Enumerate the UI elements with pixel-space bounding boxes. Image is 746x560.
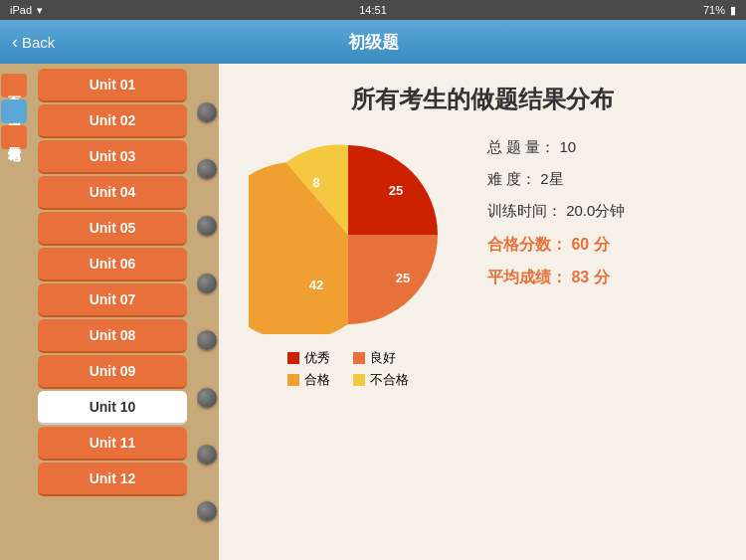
unit-btn-06[interactable]: Unit 06 (38, 248, 187, 281)
legend-fail: 不合格 (353, 371, 409, 389)
ring-1 (197, 102, 217, 122)
ring-5 (197, 330, 217, 350)
legend-label-pass: 合格 (304, 371, 330, 389)
nav-bar: ‹ Back 初级题 (0, 20, 746, 64)
status-bar: iPad ▾ 14:51 71% ▮ (0, 0, 746, 20)
status-right: 71% ▮ (703, 4, 736, 17)
back-label[interactable]: Back (22, 34, 55, 51)
stat-avg-score-label: 平均成绩： (487, 269, 567, 285)
nav-title: 初级题 (348, 31, 399, 54)
segment-good (348, 235, 438, 324)
unit-btn-08[interactable]: Unit 08 (38, 319, 187, 353)
unit-btn-12[interactable]: Unit 12 (38, 463, 187, 496)
ring-binder (197, 64, 219, 560)
legend-dot-good (353, 352, 365, 364)
stat-difficulty: 难 度： 2星 (487, 167, 716, 191)
ring-8 (197, 501, 217, 521)
stat-pass-score-label: 合格分数： (487, 236, 567, 253)
legend-label-good: 良好 (370, 349, 396, 367)
stat-time-label: 训练时间： (487, 202, 562, 219)
content-title: 所有考生的做题结果分布 (249, 84, 716, 115)
label-good: 25 (396, 271, 410, 285)
unit-btn-02[interactable]: Unit 02 (38, 104, 187, 138)
legend-pass: 合格 (287, 371, 343, 389)
status-time: 14:51 (359, 4, 387, 16)
unit-list-panel: Unit 01 Unit 02 Unit 03 Unit 04 Unit 05 … (28, 64, 197, 560)
label-excellent: 25 (389, 183, 403, 198)
unit-btn-10[interactable]: Unit 10 (38, 391, 187, 425)
legend-excellent: 优秀 (287, 349, 343, 367)
main-layout: 主页 听力训练 错题记录 Unit 01 Unit 02 Unit 03 Uni… (0, 64, 746, 560)
label-pass: 42 (309, 278, 323, 292)
back-button[interactable]: ‹ Back (12, 32, 55, 53)
stat-avg-score: 平均成绩： 83 分 (487, 268, 716, 288)
unit-btn-01[interactable]: Unit 01 (38, 69, 187, 102)
stat-difficulty-value: 2星 (540, 170, 563, 187)
unit-btn-11[interactable]: Unit 11 (38, 427, 187, 461)
legend-good: 良好 (353, 349, 409, 367)
stat-pass-score: 合格分数： 60 分 (487, 235, 716, 256)
legend-label-excellent: 优秀 (304, 349, 330, 367)
legend-dot-pass (287, 374, 299, 386)
stat-time: 训练时间： 20.0分钟 (487, 199, 716, 223)
ring-4 (197, 274, 217, 293)
sidebar-item-listening[interactable]: 听力训练 (1, 99, 27, 123)
wifi-icon: ▾ (37, 4, 43, 17)
unit-btn-05[interactable]: Unit 05 (38, 212, 187, 246)
stat-difficulty-label: 难 度： (487, 170, 536, 187)
chart-legend: 优秀 良好 合格 不合格 (287, 349, 409, 389)
back-arrow-icon: ‹ (12, 32, 18, 53)
stat-total: 总 题 量： 10 (487, 135, 716, 159)
stat-time-value: 20.0分钟 (566, 202, 625, 219)
label-fail: 8 (312, 175, 319, 190)
pie-svg: 25 25 42 8 (249, 135, 448, 334)
unit-btn-07[interactable]: Unit 07 (38, 283, 187, 317)
unit-btn-04[interactable]: Unit 04 (38, 176, 187, 210)
stat-pass-score-value: 60 分 (571, 236, 609, 253)
stat-total-label: 总 题 量： (487, 138, 555, 155)
stats-panel: 总 题 量： 10 难 度： 2星 训练时间： 20.0分钟 合格分数： 60 … (467, 135, 716, 288)
legend-dot-excellent (287, 352, 299, 364)
content-body: 25 25 42 8 优秀 良好 (249, 135, 716, 389)
battery-level: 71% (703, 4, 725, 16)
ring-7 (197, 445, 217, 465)
ring-3 (197, 216, 217, 236)
ring-2 (197, 159, 217, 179)
stat-avg-score-value: 83 分 (571, 269, 609, 285)
pie-chart: 25 25 42 8 (249, 135, 448, 334)
left-tab-sidebar: 主页 听力训练 错题记录 (0, 64, 28, 560)
battery-icon: ▮ (730, 4, 736, 17)
ring-6 (197, 388, 217, 408)
legend-label-fail: 不合格 (370, 371, 409, 389)
sidebar-item-errors[interactable]: 错题记录 (1, 125, 27, 149)
stat-total-value: 10 (560, 138, 577, 155)
content-area: 所有考生的做题结果分布 25 (219, 64, 746, 560)
legend-dot-fail (353, 374, 365, 386)
status-left: iPad ▾ (10, 4, 43, 17)
unit-btn-03[interactable]: Unit 03 (38, 140, 187, 174)
pie-section: 25 25 42 8 优秀 良好 (249, 135, 448, 389)
unit-btn-09[interactable]: Unit 09 (38, 355, 187, 389)
sidebar-item-homepage[interactable]: 主页 (1, 74, 27, 97)
device-label: iPad (10, 4, 32, 16)
